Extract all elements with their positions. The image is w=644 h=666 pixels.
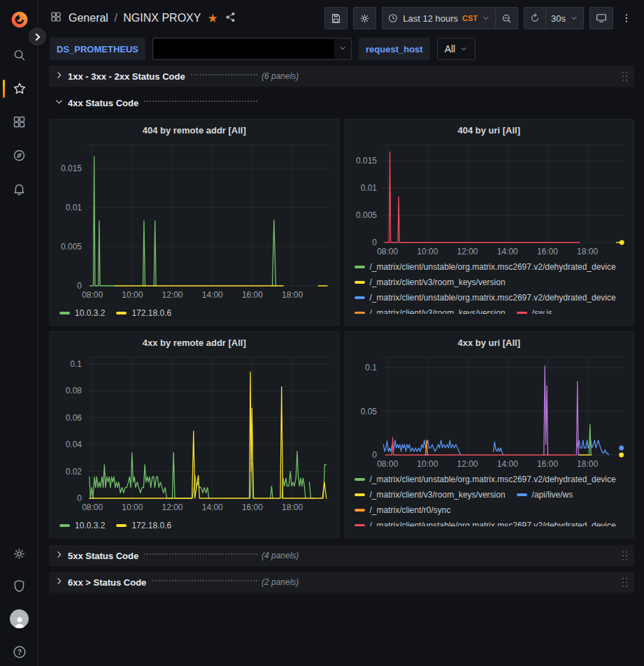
compass-icon [12, 148, 27, 163]
sidebar-item-starred[interactable] [0, 75, 38, 103]
legend-item[interactable]: /api/live/ws [517, 488, 573, 501]
svg-text:0.1: 0.1 [70, 359, 82, 369]
chevron-down-icon [55, 96, 64, 109]
sidebar-item-explore[interactable] [0, 141, 38, 169]
time-series-chart[interactable]: 00.0050.010.01508:0010:0012:0014:0016:00… [350, 139, 629, 259]
svg-text:14:00: 14:00 [496, 247, 517, 256]
legend-item[interactable]: 172.18.0.6 [116, 307, 171, 319]
legend-item[interactable]: 172.18.0.6 [116, 519, 171, 532]
dashboard-content: 1xx - 3xx - 2xx Status Code (6 panels) 4… [38, 61, 644, 666]
panel-title[interactable]: 4xx by remote addr [All] [55, 335, 334, 352]
sidebar-item-help[interactable]: ? [0, 638, 38, 666]
submenu: DS_PROMETHEUS request_host All [38, 36, 644, 61]
datasource-dropdown[interactable] [152, 38, 352, 60]
row-panel-count: (4 panels) [262, 551, 299, 560]
svg-text:12:00: 12:00 [162, 290, 183, 300]
svg-text:?: ? [17, 649, 21, 656]
legend-swatch [355, 524, 365, 526]
favorite-star-icon[interactable]: ★ [207, 13, 217, 24]
svg-text:0.05: 0.05 [360, 407, 377, 417]
breadcrumb-folder[interactable]: General [69, 12, 108, 24]
legend-label: /sw.js [532, 308, 552, 314]
dashboard-title[interactable]: NGINX PROXY [123, 12, 201, 24]
svg-text:0.005: 0.005 [61, 242, 82, 252]
legend-item[interactable]: /_matrix/client/unstable/org.matrix.msc2… [355, 261, 616, 273]
svg-text:14:00: 14:00 [496, 459, 517, 469]
dashboard-settings-button[interactable] [353, 7, 376, 29]
svg-text:0.01: 0.01 [360, 183, 377, 193]
dotted-leader [152, 580, 257, 581]
row-1xx-3xx-2xx[interactable]: 1xx - 3xx - 2xx Status Code (6 panels) [49, 66, 634, 87]
tv-kiosk-button[interactable] [589, 7, 613, 29]
sidebar-item-server-admin[interactable] [0, 572, 38, 600]
dotted-leader [144, 101, 257, 102]
breadcrumb: General / NGINX PROXY [69, 12, 201, 24]
refresh-button[interactable] [524, 7, 546, 29]
refresh-interval-dropdown[interactable]: 30s [546, 7, 584, 29]
panel-404-by-remote-addr-all: 404 by remote addr [All]00.0050.010.0150… [49, 119, 340, 326]
row-drag-handle[interactable] [621, 550, 629, 561]
row-drag-handle[interactable] [621, 71, 629, 82]
panel-title[interactable]: 404 by remote addr [All] [55, 122, 334, 139]
avatar [10, 609, 29, 628]
legend-item[interactable]: /_matrix/client/unstable/org.matrix.msc2… [355, 473, 616, 486]
panel-title[interactable]: 404 by uri [All] [350, 122, 629, 139]
time-series-chart[interactable]: 00.0050.010.01508:0010:0012:0014:0016:00… [55, 139, 334, 303]
save-dashboard-button[interactable] [324, 7, 348, 29]
dotted-leader [191, 74, 257, 75]
legend-item[interactable]: 10.0.3.2 [59, 519, 105, 532]
legend-label: 10.0.3.2 [75, 308, 105, 318]
share-icon[interactable] [224, 11, 236, 26]
sidebar-item-configuration[interactable] [0, 540, 38, 567]
svg-text:0: 0 [77, 281, 82, 291]
legend-label: /_matrix/client/v3/room_keys/version [370, 308, 506, 314]
legend-item[interactable]: 10.0.3.2 [59, 307, 105, 319]
panel-title[interactable]: 4xx by uri [All] [350, 335, 629, 352]
legend-item[interactable]: /sw.js [517, 307, 552, 314]
legend-swatch [116, 312, 127, 314]
dashboards-grid-icon [12, 115, 27, 129]
chevron-down-icon [482, 14, 490, 22]
legend-item[interactable]: /_matrix/client/v3/room_keys/version [355, 307, 506, 314]
svg-text:0.1: 0.1 [365, 363, 377, 372]
refresh-interval-value: 30s [551, 13, 566, 24]
variable-label-ds-prometheus: DS_PROMETHEUS [50, 38, 145, 60]
sidebar: ? [0, 0, 38, 666]
sidebar-item-alerting[interactable] [0, 175, 38, 203]
time-range-picker[interactable]: Last 12 hours CST [382, 7, 496, 29]
panel-legend: 10.0.3.2172.18.0.6 [55, 305, 334, 319]
svg-text:10:00: 10:00 [122, 502, 143, 512]
row-title: 1xx - 3xx - 2xx Status Code [68, 71, 185, 82]
legend-swatch [355, 478, 365, 481]
legend-label: 172.18.0.6 [131, 521, 171, 530]
sidebar-item-search[interactable] [0, 41, 38, 68]
svg-text:0.005: 0.005 [355, 210, 376, 220]
more-options-button[interactable] [619, 7, 634, 29]
row-title: 6xx > Status Code [68, 577, 146, 588]
legend-item[interactable]: /_matrix/client/unstable/org.matrix.msc2… [355, 291, 616, 304]
row-5xx[interactable]: 5xx Status Code (4 panels) [49, 545, 634, 566]
gear-icon [359, 13, 371, 24]
legend-label: /api/live/ws [532, 490, 573, 500]
expand-sidebar-button[interactable] [29, 28, 46, 45]
row-6xx[interactable]: 6xx > Status Code (2 panels) [49, 572, 634, 593]
sidebar-item-dashboards[interactable] [0, 108, 38, 136]
legend-item[interactable]: /_matrix/client/unstable/org.matrix.msc2… [355, 519, 616, 526]
time-series-chart[interactable]: 00.050.108:0010:0012:0014:0016:0018:00 [350, 352, 629, 472]
legend-item[interactable]: /_matrix/client/v3/room_keys/version [355, 276, 506, 289]
sidebar-item-profile[interactable] [0, 605, 38, 632]
row-drag-handle[interactable] [621, 577, 629, 588]
chevron-down-icon [459, 45, 468, 53]
legend-swatch [355, 312, 365, 314]
row-4xx[interactable]: 4xx Status Code [49, 92, 634, 113]
legend-item[interactable]: /_matrix/client/v3/room_keys/version [355, 488, 506, 501]
legend-swatch [355, 509, 365, 512]
legend-item[interactable]: /_matrix/client/r0/sync [355, 504, 451, 516]
time-series-chart[interactable]: 00.020.040.060.080.108:0010:0012:0014:00… [55, 352, 334, 515]
request-host-dropdown[interactable]: All [437, 38, 476, 60]
legend-swatch [355, 493, 365, 496]
bell-icon [12, 182, 27, 196]
chevron-right-icon [55, 70, 64, 82]
svg-text:10:00: 10:00 [122, 290, 143, 300]
zoom-out-button[interactable] [496, 7, 518, 29]
